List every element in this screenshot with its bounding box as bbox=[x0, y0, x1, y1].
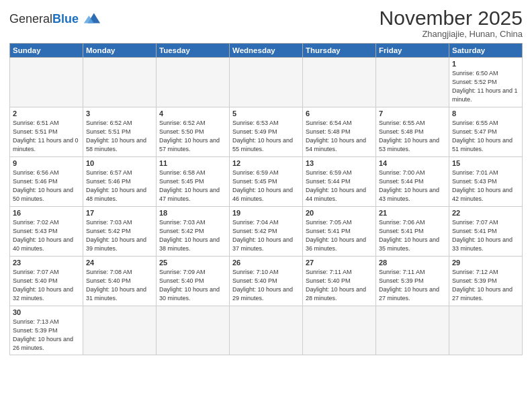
calendar-week-row: 30Sunrise: 7:13 AM Sunset: 5:39 PM Dayli… bbox=[10, 306, 523, 355]
day-info: Sunrise: 6:56 AM Sunset: 5:46 PM Dayligh… bbox=[13, 169, 80, 203]
calendar-cell: 4Sunrise: 6:52 AM Sunset: 5:50 PM Daylig… bbox=[157, 107, 230, 157]
day-number: 2 bbox=[13, 109, 80, 118]
calendar-cell: 24Sunrise: 7:08 AM Sunset: 5:40 PM Dayli… bbox=[83, 257, 157, 306]
calendar-cell: 9Sunrise: 6:56 AM Sunset: 5:46 PM Daylig… bbox=[10, 157, 83, 207]
day-info: Sunrise: 7:04 AM Sunset: 5:42 PM Dayligh… bbox=[232, 218, 300, 253]
day-info: Sunrise: 7:03 AM Sunset: 5:42 PM Dayligh… bbox=[86, 218, 153, 253]
day-number: 19 bbox=[232, 209, 300, 217]
day-number: 6 bbox=[306, 109, 373, 118]
day-number: 23 bbox=[13, 259, 80, 267]
calendar-cell bbox=[10, 58, 83, 107]
calendar-cell: 29Sunrise: 7:12 AM Sunset: 5:39 PM Dayli… bbox=[449, 257, 523, 306]
day-info: Sunrise: 7:00 AM Sunset: 5:44 PM Dayligh… bbox=[379, 169, 446, 203]
calendar-cell: 16Sunrise: 7:02 AM Sunset: 5:43 PM Dayli… bbox=[10, 207, 83, 257]
day-number: 24 bbox=[86, 259, 153, 267]
calendar-week-row: 9Sunrise: 6:56 AM Sunset: 5:46 PM Daylig… bbox=[10, 157, 523, 207]
day-number: 25 bbox=[159, 259, 226, 267]
day-info: Sunrise: 6:55 AM Sunset: 5:47 PM Dayligh… bbox=[452, 119, 519, 154]
calendar-cell bbox=[83, 58, 157, 107]
header: GeneralBlue November 2025 Zhangjiajie, H… bbox=[9, 7, 523, 39]
calendar-cell: 21Sunrise: 7:06 AM Sunset: 5:41 PM Dayli… bbox=[376, 207, 449, 257]
calendar-cell bbox=[157, 306, 230, 355]
calendar-cell: 7Sunrise: 6:55 AM Sunset: 5:48 PM Daylig… bbox=[376, 107, 449, 157]
day-info: Sunrise: 6:51 AM Sunset: 5:51 PM Dayligh… bbox=[13, 119, 80, 154]
calendar-cell: 3Sunrise: 6:52 AM Sunset: 5:51 PM Daylig… bbox=[83, 107, 157, 157]
day-info: Sunrise: 7:05 AM Sunset: 5:41 PM Dayligh… bbox=[306, 218, 373, 253]
calendar-cell bbox=[230, 306, 303, 355]
calendar-week-row: 16Sunrise: 7:02 AM Sunset: 5:43 PM Dayli… bbox=[10, 207, 523, 257]
calendar-cell bbox=[157, 58, 230, 107]
day-number: 4 bbox=[159, 109, 226, 118]
page: GeneralBlue November 2025 Zhangjiajie, H… bbox=[0, 0, 532, 411]
calendar-cell bbox=[83, 306, 157, 355]
day-number: 26 bbox=[232, 259, 300, 267]
calendar-cell: 6Sunrise: 6:54 AM Sunset: 5:48 PM Daylig… bbox=[303, 107, 376, 157]
day-number: 10 bbox=[86, 159, 153, 167]
day-info: Sunrise: 7:01 AM Sunset: 5:43 PM Dayligh… bbox=[452, 169, 519, 203]
day-info: Sunrise: 7:12 AM Sunset: 5:39 PM Dayligh… bbox=[452, 268, 519, 303]
day-info: Sunrise: 6:59 AM Sunset: 5:44 PM Dayligh… bbox=[306, 169, 373, 203]
day-number: 18 bbox=[159, 209, 226, 217]
day-number: 16 bbox=[13, 209, 80, 217]
title-block: November 2025 Zhangjiajie, Hunan, China bbox=[380, 7, 523, 39]
day-number: 15 bbox=[452, 159, 519, 167]
day-number: 7 bbox=[379, 109, 446, 118]
day-number: 5 bbox=[232, 109, 300, 118]
day-info: Sunrise: 7:07 AM Sunset: 5:40 PM Dayligh… bbox=[13, 268, 80, 303]
calendar-cell: 8Sunrise: 6:55 AM Sunset: 5:47 PM Daylig… bbox=[449, 107, 523, 157]
day-number: 21 bbox=[379, 209, 446, 217]
calendar-week-row: 1Sunrise: 6:50 AM Sunset: 5:52 PM Daylig… bbox=[10, 58, 523, 107]
day-info: Sunrise: 7:11 AM Sunset: 5:40 PM Dayligh… bbox=[306, 268, 373, 303]
day-info: Sunrise: 6:54 AM Sunset: 5:48 PM Dayligh… bbox=[306, 119, 373, 154]
day-info: Sunrise: 6:55 AM Sunset: 5:48 PM Dayligh… bbox=[379, 119, 446, 154]
weekday-header-saturday: Saturday bbox=[449, 44, 523, 58]
weekday-header-friday: Friday bbox=[376, 44, 449, 58]
calendar-cell bbox=[230, 58, 303, 107]
weekday-header-row: SundayMondayTuesdayWednesdayThursdayFrid… bbox=[10, 44, 523, 58]
calendar-cell bbox=[303, 306, 376, 355]
day-number: 30 bbox=[13, 308, 80, 316]
logo: GeneralBlue bbox=[9, 9, 101, 28]
day-number: 3 bbox=[86, 109, 153, 118]
day-number: 17 bbox=[86, 209, 153, 217]
day-number: 13 bbox=[306, 159, 373, 167]
location-subtitle: Zhangjiajie, Hunan, China bbox=[380, 29, 523, 39]
calendar-cell: 12Sunrise: 6:59 AM Sunset: 5:45 PM Dayli… bbox=[230, 157, 303, 207]
calendar-cell bbox=[376, 58, 449, 107]
calendar-cell: 26Sunrise: 7:10 AM Sunset: 5:40 PM Dayli… bbox=[230, 257, 303, 306]
calendar-cell: 1Sunrise: 6:50 AM Sunset: 5:52 PM Daylig… bbox=[449, 58, 523, 107]
calendar-cell: 13Sunrise: 6:59 AM Sunset: 5:44 PM Dayli… bbox=[303, 157, 376, 207]
calendar-cell: 11Sunrise: 6:58 AM Sunset: 5:45 PM Dayli… bbox=[157, 157, 230, 207]
calendar-cell: 23Sunrise: 7:07 AM Sunset: 5:40 PM Dayli… bbox=[10, 257, 83, 306]
calendar-cell bbox=[449, 306, 523, 355]
day-number: 14 bbox=[379, 159, 446, 167]
day-info: Sunrise: 7:07 AM Sunset: 5:41 PM Dayligh… bbox=[452, 218, 519, 253]
calendar-week-row: 23Sunrise: 7:07 AM Sunset: 5:40 PM Dayli… bbox=[10, 257, 523, 306]
day-info: Sunrise: 7:09 AM Sunset: 5:40 PM Dayligh… bbox=[159, 268, 226, 303]
day-number: 8 bbox=[452, 109, 519, 118]
day-info: Sunrise: 6:57 AM Sunset: 5:46 PM Dayligh… bbox=[86, 169, 153, 203]
weekday-header-tuesday: Tuesday bbox=[157, 44, 230, 58]
day-number: 22 bbox=[452, 209, 519, 217]
day-number: 28 bbox=[379, 259, 446, 267]
calendar-cell bbox=[376, 306, 449, 355]
calendar-cell bbox=[303, 58, 376, 107]
day-info: Sunrise: 6:58 AM Sunset: 5:45 PM Dayligh… bbox=[159, 169, 226, 203]
calendar-cell: 30Sunrise: 7:13 AM Sunset: 5:39 PM Dayli… bbox=[10, 306, 83, 355]
calendar-cell: 15Sunrise: 7:01 AM Sunset: 5:43 PM Dayli… bbox=[449, 157, 523, 207]
weekday-header-thursday: Thursday bbox=[303, 44, 376, 58]
calendar-cell: 5Sunrise: 6:53 AM Sunset: 5:49 PM Daylig… bbox=[230, 107, 303, 157]
day-info: Sunrise: 6:52 AM Sunset: 5:50 PM Dayligh… bbox=[159, 119, 226, 154]
calendar-cell: 22Sunrise: 7:07 AM Sunset: 5:41 PM Dayli… bbox=[449, 207, 523, 257]
day-info: Sunrise: 6:53 AM Sunset: 5:49 PM Dayligh… bbox=[232, 119, 300, 154]
calendar-cell: 2Sunrise: 6:51 AM Sunset: 5:51 PM Daylig… bbox=[10, 107, 83, 157]
calendar-cell: 18Sunrise: 7:03 AM Sunset: 5:42 PM Dayli… bbox=[157, 207, 230, 257]
calendar-table: SundayMondayTuesdayWednesdayThursdayFrid… bbox=[9, 43, 523, 355]
calendar-cell: 17Sunrise: 7:03 AM Sunset: 5:42 PM Dayli… bbox=[83, 207, 157, 257]
day-info: Sunrise: 7:02 AM Sunset: 5:43 PM Dayligh… bbox=[13, 218, 80, 253]
weekday-header-sunday: Sunday bbox=[10, 44, 83, 58]
day-info: Sunrise: 7:06 AM Sunset: 5:41 PM Dayligh… bbox=[379, 218, 446, 253]
day-number: 12 bbox=[232, 159, 300, 167]
day-info: Sunrise: 6:59 AM Sunset: 5:45 PM Dayligh… bbox=[232, 169, 300, 203]
calendar-week-row: 2Sunrise: 6:51 AM Sunset: 5:51 PM Daylig… bbox=[10, 107, 523, 157]
